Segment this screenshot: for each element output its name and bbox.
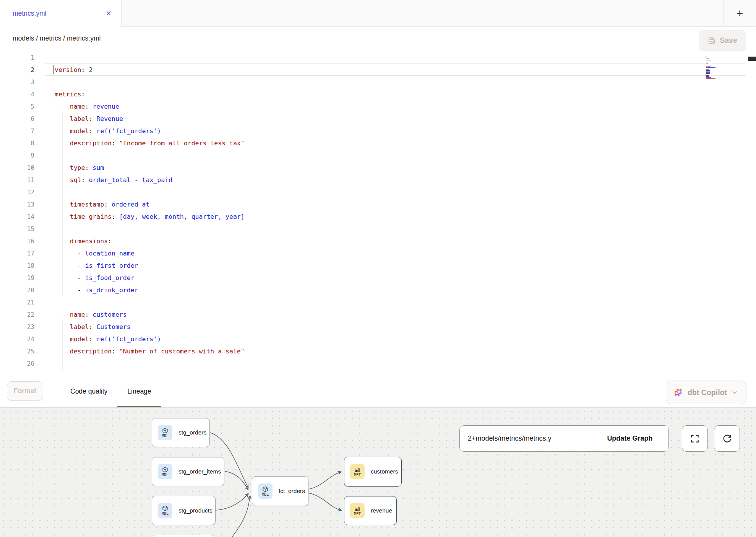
- tab-metrics-yml[interactable]: metrics.yml ×: [0, 0, 122, 27]
- copilot-spark-icon: [673, 387, 683, 397]
- indent-guide: [55, 296, 55, 308]
- code-text: time_grains: [day, week, month, quarter,…: [34, 213, 245, 220]
- edge-stg-products-fct-orders: [216, 494, 248, 510]
- code-text: label: Revenue: [34, 115, 123, 122]
- line-number: 10: [0, 164, 34, 171]
- graph-node-stg_products[interactable]: MDLstg_products: [152, 496, 216, 525]
- editor-line[interactable]: 24 model: ref('fct_orders'): [0, 333, 756, 345]
- editor-line[interactable]: 3: [0, 76, 756, 88]
- graph-node-customers[interactable]: METcustomers: [344, 457, 402, 487]
- editor-line[interactable]: 9: [0, 149, 756, 161]
- node-selector-input[interactable]: [460, 426, 591, 451]
- model-badge: MDL: [158, 425, 172, 440]
- line-number: 26: [0, 360, 34, 367]
- model-cube-icon: [162, 467, 168, 473]
- breadcrumb: models / metrics / metrics.yml: [13, 34, 101, 42]
- editor-line[interactable]: 17 - location_name: [0, 247, 756, 259]
- editor-line[interactable]: 8 description: "Income from all orders l…: [0, 137, 756, 149]
- ide-window: metrics.yml × + models / metrics / metri…: [0, 0, 756, 537]
- editor-line[interactable]: 5 - name: revenue: [0, 100, 756, 112]
- editor-right-divider: [747, 51, 747, 377]
- editor-line[interactable]: 7 model: ref('fct_orders'): [0, 125, 756, 137]
- save-button[interactable]: Save: [699, 30, 746, 51]
- code-editor[interactable]: 12version: 234metrics:5 - name: revenue6…: [0, 51, 756, 377]
- line-number: 13: [0, 201, 34, 208]
- editor-line[interactable]: 11 sql: order_total - tax_paid: [0, 174, 756, 186]
- update-graph-button[interactable]: Update Graph: [591, 426, 668, 451]
- code-text: - name: revenue: [34, 103, 119, 110]
- code-text: timestamp: ordered_at: [34, 201, 149, 208]
- editor-line[interactable]: 26: [0, 357, 756, 369]
- editor-line[interactable]: 10 type: sum: [0, 161, 756, 174]
- plus-icon[interactable]: +: [737, 8, 743, 19]
- model-cube-icon: [162, 428, 168, 434]
- indent-guide: [55, 149, 55, 161]
- editor-line[interactable]: 23 label: Customers: [0, 321, 756, 333]
- line-number: 16: [0, 238, 34, 245]
- bottom-tab-code-quality[interactable]: Code quality: [60, 377, 117, 407]
- code-text: metrics:: [34, 91, 85, 98]
- editor-line[interactable]: 15: [0, 223, 756, 235]
- tab-bar: metrics.yml × +: [0, 0, 756, 27]
- line-number: 2: [0, 66, 34, 73]
- node-label: customers: [371, 468, 398, 475]
- model-cube-icon: [162, 505, 168, 511]
- bottom-tab-lineage[interactable]: Lineage: [117, 377, 161, 407]
- editor-line[interactable]: 12: [0, 186, 756, 198]
- line-number: 7: [0, 127, 34, 135]
- edge-fct-orders-customers: [308, 472, 341, 489]
- code-text: description: "Income from all orders les…: [34, 140, 245, 147]
- editor-line[interactable]: 22 - name: customers: [0, 308, 756, 321]
- line-number: 20: [0, 286, 34, 294]
- badge-label: MDL: [162, 434, 169, 438]
- lineage-canvas[interactable]: MDLstg_ordersMDLstg_order_itemsMDLstg_pr…: [0, 408, 756, 537]
- line-number: 21: [0, 299, 34, 306]
- editor-line[interactable]: 20 - is_drink_order: [0, 284, 756, 296]
- graph-controls: Update Graph: [459, 425, 669, 452]
- edge-hidden-node-fct-orders: [232, 496, 250, 537]
- editor-line[interactable]: 13 timestamp: ordered_at: [0, 198, 756, 210]
- copilot-label: dbt Copilot: [688, 388, 727, 397]
- graph-node-fct_orders[interactable]: MDLfct_orders: [252, 476, 308, 506]
- bottom-tabs: Code qualityLineage: [60, 377, 161, 407]
- line-number: 22: [0, 311, 34, 318]
- graph-node-stg_order_items[interactable]: MDLstg_order_items: [152, 457, 224, 486]
- editor-line[interactable]: 14 time_grains: [day, week, month, quart…: [0, 210, 756, 223]
- line-number: 24: [0, 335, 34, 343]
- editor-line[interactable]: 16 dimensions:: [0, 235, 756, 247]
- editor-line[interactable]: 2version: 2: [0, 63, 756, 76]
- save-icon: [707, 36, 716, 45]
- code-text: sql: order_total - tax_paid: [34, 176, 172, 184]
- code-text: version: 2: [34, 66, 92, 73]
- code-text: description: "Number of customers with a…: [34, 348, 245, 355]
- graph-node-stg_orders[interactable]: MDLstg_orders: [152, 418, 210, 447]
- refresh-button[interactable]: [714, 425, 740, 452]
- editor-line[interactable]: 19 - is_food_order: [0, 272, 756, 284]
- editor-line[interactable]: 21: [0, 296, 756, 308]
- close-icon[interactable]: ×: [106, 9, 111, 18]
- graph-node-partial[interactable]: [152, 535, 215, 537]
- editor-line[interactable]: 1: [0, 51, 756, 63]
- metric-chart-icon: [354, 506, 360, 512]
- minimap[interactable]: [705, 54, 732, 80]
- chevron-down-icon: [732, 389, 738, 395]
- model-badge: MDL: [258, 483, 273, 499]
- indent-guide: [55, 223, 55, 235]
- fullscreen-button[interactable]: [682, 425, 708, 452]
- editor-line[interactable]: 18 - is_first_order: [0, 259, 756, 272]
- new-tab-section: +: [723, 0, 756, 27]
- tab-strip-empty: [122, 0, 756, 27]
- line-number: 4: [0, 91, 34, 98]
- editor-line[interactable]: 25 description: "Number of customers wit…: [0, 345, 756, 357]
- editor-line[interactable]: 4metrics:: [0, 88, 756, 100]
- node-label: revenue: [371, 507, 392, 514]
- model-badge: MDL: [158, 503, 172, 518]
- indent-guide: [62, 357, 63, 369]
- scrollbar-thumb[interactable]: [748, 57, 756, 61]
- graph-node-revenue[interactable]: METrevenue: [344, 496, 397, 525]
- format-button[interactable]: Format: [7, 381, 43, 401]
- code-text: model: ref('fct_orders'): [34, 127, 161, 135]
- dbt-copilot-button[interactable]: dbt Copilot: [666, 381, 746, 404]
- indent-guide: [62, 223, 63, 235]
- editor-line[interactable]: 6 label: Revenue: [0, 112, 756, 125]
